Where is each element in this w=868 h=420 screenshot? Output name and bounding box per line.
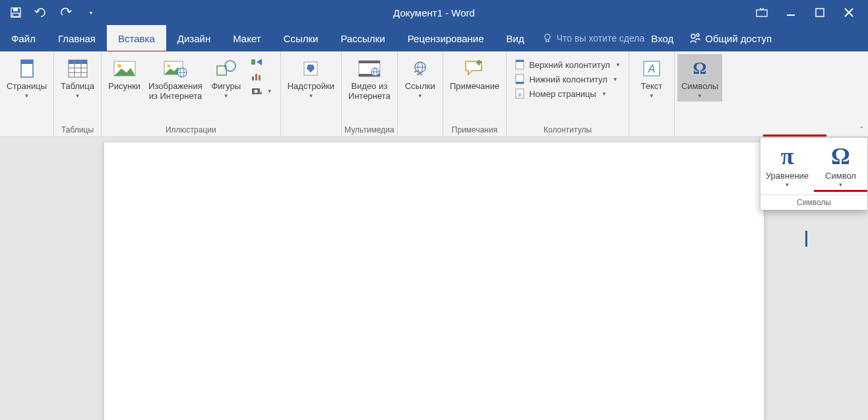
text-button[interactable]: A Текст ▼ <box>632 54 671 102</box>
pages-button[interactable]: Страницы ▼ <box>3 54 51 102</box>
save-icon[interactable] <box>9 6 22 19</box>
svg-rect-37 <box>359 61 380 63</box>
ribbon-display-options-icon[interactable] <box>755 5 769 20</box>
svg-rect-31 <box>259 75 261 80</box>
ribbon-tabs: Файл Главная Вставка Дизайн Макет Ссылки… <box>0 25 868 51</box>
svg-rect-14 <box>69 60 87 64</box>
online-pictures-label-2: из Интернета <box>149 92 202 102</box>
online-pictures-button[interactable]: Изображения из Интернета <box>144 54 206 104</box>
chevron-down-icon: ▼ <box>697 93 702 99</box>
chart-button[interactable] <box>249 70 275 83</box>
svg-point-9 <box>691 34 695 38</box>
undo-icon[interactable] <box>34 6 47 19</box>
equation-button[interactable]: π Уравнение ▼ <box>760 140 814 192</box>
pictures-button[interactable]: Рисунки <box>104 54 144 94</box>
document-page[interactable] <box>104 142 764 420</box>
page-number-label: Номер страницы <box>529 89 596 99</box>
title-bar: ▾ Документ1 - Word <box>0 0 868 25</box>
page-icon <box>15 57 39 80</box>
quick-access-toolbar: ▾ <box>0 6 98 19</box>
symbol-button[interactable]: Ω Символ ▼ <box>814 140 867 192</box>
svg-rect-1 <box>13 8 18 11</box>
tab-file[interactable]: Файл <box>0 25 47 51</box>
chevron-down-icon: ▼ <box>613 76 618 82</box>
comment-button[interactable]: Примечание <box>446 54 503 94</box>
header-button[interactable]: Верхний колонтитул ▼ <box>512 58 623 71</box>
tab-insert[interactable]: Вставка <box>107 25 166 51</box>
sign-in-link[interactable]: Вход <box>644 25 680 51</box>
tab-view[interactable]: Вид <box>495 25 536 51</box>
svg-rect-48 <box>516 82 524 84</box>
omega-icon: Ω <box>688 57 712 80</box>
link-icon <box>408 57 432 80</box>
comment-icon <box>463 57 487 80</box>
shapes-button[interactable]: Фигуры ▼ <box>206 54 246 102</box>
tab-layout[interactable]: Макет <box>222 25 272 51</box>
chevron-down-icon: ▼ <box>224 93 229 99</box>
svg-rect-5 <box>816 9 824 16</box>
svg-text:#: # <box>518 92 522 98</box>
smartart-icon <box>251 57 262 67</box>
group-headerfooter-label: Колонтитулы <box>509 123 626 136</box>
links-button[interactable]: Ссылки ▼ <box>400 54 440 102</box>
ribbon-insert: Страницы ▼ Таблица ▼ Таблицы Рис <box>0 51 868 137</box>
footer-button[interactable]: Нижний колонтитул ▼ <box>512 73 623 86</box>
svg-point-33 <box>254 90 257 93</box>
collapse-ribbon-icon[interactable]: ⌃ <box>859 125 864 133</box>
tab-review[interactable]: Рецензирование <box>396 25 495 51</box>
redo-icon[interactable] <box>59 6 73 19</box>
svg-point-8 <box>545 34 550 40</box>
online-pictures-label-1: Изображения <box>148 82 202 92</box>
group-symbols-label <box>677 123 722 136</box>
qat-customize-icon[interactable]: ▾ <box>84 6 98 19</box>
page-number-button[interactable]: # Номер страницы ▼ <box>512 87 623 100</box>
video-label-1: Видео из <box>352 82 388 92</box>
tab-references[interactable]: Ссылки <box>272 25 330 51</box>
close-icon[interactable] <box>842 5 856 20</box>
minimize-icon[interactable] <box>784 5 798 20</box>
tab-mailings[interactable]: Рассылки <box>329 25 396 51</box>
addins-button[interactable]: Надстройки ▼ <box>284 54 338 102</box>
symbols-dropdown: π Уравнение ▼ Ω Символ ▼ Символы <box>760 137 868 210</box>
tell-me-search[interactable]: Что вы хотите сдела <box>536 25 645 51</box>
svg-text:A: A <box>648 63 656 75</box>
tab-home[interactable]: Главная <box>47 25 107 51</box>
group-tables-label: Таблицы <box>57 123 98 136</box>
textbox-icon: A <box>640 57 664 80</box>
chevron-down-icon: ▼ <box>649 93 654 99</box>
chevron-down-icon: ▼ <box>75 93 80 99</box>
header-label: Верхний колонтитул <box>529 60 610 70</box>
tab-design[interactable]: Дизайн <box>166 25 222 51</box>
group-comments-label: Примечания <box>446 123 503 136</box>
svg-rect-12 <box>21 60 33 64</box>
group-pages-label <box>3 123 51 136</box>
screenshot-button[interactable]: ▼ <box>249 84 275 98</box>
table-button[interactable]: Таблица ▼ <box>57 54 98 102</box>
share-button[interactable]: Общий доступ <box>680 25 781 51</box>
maximize-icon[interactable] <box>813 5 827 20</box>
smartart-button[interactable] <box>249 55 275 69</box>
addins-label: Надстройки <box>288 82 334 92</box>
picture-icon <box>113 57 137 80</box>
chevron-down-icon: ▼ <box>785 182 790 188</box>
group-media-label: Мультимедиа <box>344 123 394 136</box>
shapes-icon <box>214 57 238 80</box>
chart-icon <box>251 71 262 82</box>
svg-rect-29 <box>252 76 254 80</box>
svg-point-10 <box>697 34 699 36</box>
table-icon <box>66 57 90 80</box>
online-video-button[interactable]: Видео из Интернета <box>344 54 394 104</box>
symbols-label: Символы <box>681 82 718 92</box>
dropdown-group-label: Символы <box>760 195 867 210</box>
footer-icon <box>514 74 525 84</box>
tell-me-placeholder: Что вы хотите сдела <box>557 33 645 44</box>
symbols-button[interactable]: Ω Символы ▼ <box>677 54 722 102</box>
footer-label: Нижний колонтитул <box>529 75 607 84</box>
chevron-down-icon: ▼ <box>24 93 30 99</box>
chevron-down-icon: ▼ <box>418 93 423 99</box>
symbol-label: Символ <box>825 171 856 181</box>
group-text-label <box>632 123 671 136</box>
text-cursor <box>805 231 807 247</box>
svg-point-20 <box>117 64 121 68</box>
table-label: Таблица <box>61 82 94 92</box>
